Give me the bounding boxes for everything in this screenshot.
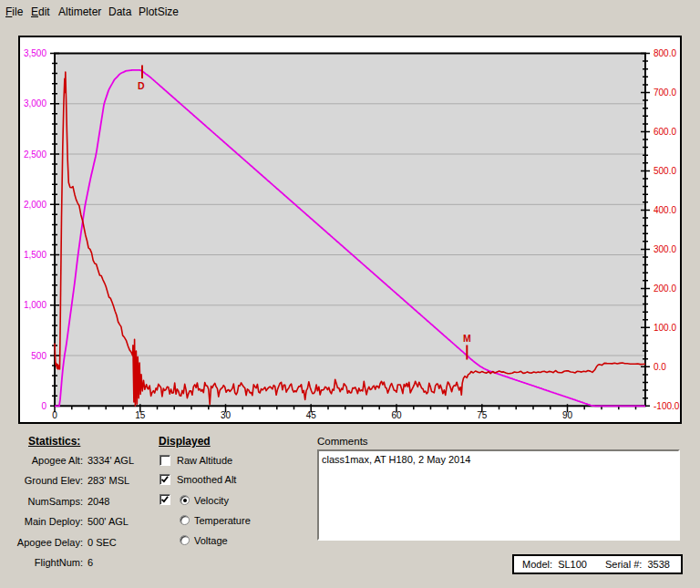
- svg-text:800.0: 800.0: [654, 48, 676, 58]
- svg-text:45: 45: [306, 410, 317, 420]
- svg-text:D: D: [138, 80, 145, 91]
- svg-text:200.0: 200.0: [654, 284, 676, 294]
- svg-text:700.0: 700.0: [654, 88, 676, 98]
- svg-text:3,500: 3,500: [24, 48, 46, 58]
- svg-text:600.0: 600.0: [654, 127, 676, 137]
- svg-text:100.0: 100.0: [654, 323, 676, 333]
- svg-text:1,500: 1,500: [24, 250, 46, 260]
- svg-text:15: 15: [135, 410, 146, 420]
- svg-text:M: M: [463, 333, 471, 344]
- svg-text:75: 75: [477, 410, 488, 420]
- svg-text:1,000: 1,000: [24, 300, 46, 310]
- svg-text:2,500: 2,500: [24, 150, 46, 160]
- svg-text:0: 0: [52, 410, 57, 420]
- svg-text:0.0: 0.0: [654, 362, 666, 372]
- svg-text:-100.0: -100.0: [654, 401, 680, 411]
- svg-text:60: 60: [391, 410, 402, 420]
- svg-text:0: 0: [41, 401, 46, 411]
- svg-text:2,000: 2,000: [24, 200, 46, 210]
- svg-text:3,000: 3,000: [24, 98, 46, 108]
- svg-text:500: 500: [31, 351, 46, 361]
- svg-text:500.0: 500.0: [654, 166, 676, 176]
- svg-text:30: 30: [221, 410, 232, 420]
- svg-text:400.0: 400.0: [654, 205, 676, 215]
- svg-text:300.0: 300.0: [654, 244, 676, 254]
- svg-text:90: 90: [562, 410, 573, 420]
